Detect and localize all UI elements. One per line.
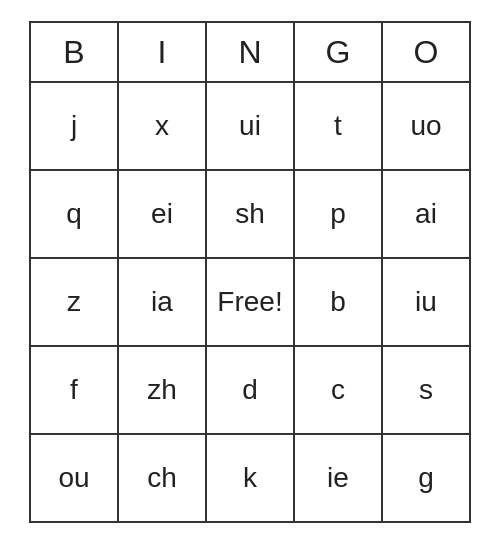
cell-2-1: ia [119,259,207,347]
cell-2-2: Free! [207,259,295,347]
header-cell-b: B [31,23,119,83]
cell-4-2: k [207,435,295,523]
cell-2-4: iu [383,259,471,347]
bingo-card: BINGO jxuituoqeishpaiziaFree!biufzhdcsou… [29,21,471,523]
cell-2-0: z [31,259,119,347]
cell-4-1: ch [119,435,207,523]
cell-4-3: ie [295,435,383,523]
cell-3-1: zh [119,347,207,435]
row-0: jxuituo [31,83,471,171]
cell-1-2: sh [207,171,295,259]
row-4: ouchkieg [31,435,471,523]
header-row: BINGO [31,23,471,83]
cell-1-1: ei [119,171,207,259]
row-1: qeishpai [31,171,471,259]
cell-0-4: uo [383,83,471,171]
cell-0-1: x [119,83,207,171]
cell-1-4: ai [383,171,471,259]
row-3: fzhdcs [31,347,471,435]
cell-3-2: d [207,347,295,435]
cell-1-3: p [295,171,383,259]
cell-4-0: ou [31,435,119,523]
header-cell-g: G [295,23,383,83]
cell-2-3: b [295,259,383,347]
cell-3-0: f [31,347,119,435]
cell-3-4: s [383,347,471,435]
cell-0-2: ui [207,83,295,171]
header-cell-o: O [383,23,471,83]
header-cell-n: N [207,23,295,83]
cell-0-3: t [295,83,383,171]
header-cell-i: I [119,23,207,83]
row-2: ziaFree!biu [31,259,471,347]
cell-3-3: c [295,347,383,435]
cell-1-0: q [31,171,119,259]
cell-4-4: g [383,435,471,523]
cell-0-0: j [31,83,119,171]
